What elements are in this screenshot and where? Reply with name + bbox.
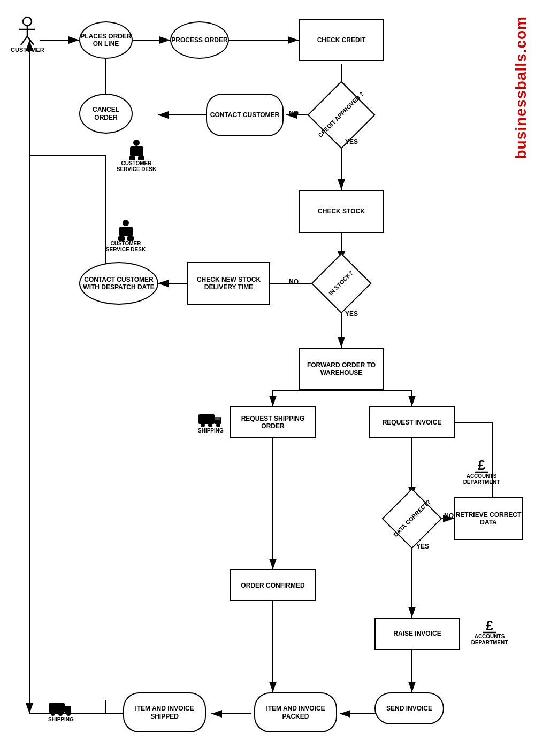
svg-rect-36 [119,227,133,236]
no-label-credit: NO [289,110,299,117]
csd1-figure [127,139,146,160]
send-invoice-node: SEND INVOICE [374,692,444,724]
svg-point-35 [123,220,129,226]
truck1-figure [198,412,223,428]
svg-text:£: £ [485,618,493,634]
svg-rect-32 [130,146,143,156]
svg-point-26 [23,17,32,26]
customer-icon: CUSTOMER [11,16,44,53]
yes-label-data: YES [416,543,429,550]
item-packed-node: ITEM AND INVOICE PACKED [254,692,337,732]
cancel-order-node: CANCEL ORDER [79,94,133,134]
order-confirmed-node: ORDER CONFIRMED [230,569,316,601]
svg-point-51 [51,712,55,716]
places-order-node: PLACES ORDER ON LINE [79,21,133,59]
svg-rect-50 [65,706,71,713]
brand-text: businessballs.com [513,16,530,159]
shipping2-icon: SHIPPING [48,700,74,722]
svg-line-30 [27,36,34,45]
svg-point-52 [58,712,63,716]
yes-label-stock: YES [345,310,358,318]
contact-customer-node: CONTACT CUSTOMER [206,94,284,136]
customer-figure [17,16,38,45]
svg-rect-39 [198,414,215,424]
retrieve-data-node: RETRIEVE CORRECT DATA [454,497,523,540]
pound2-figure: £ [480,618,499,634]
request-invoice-node: REQUEST INVOICE [369,406,455,438]
csd2-icon: CUSTOMER SERVICE DESK [104,219,147,252]
svg-rect-49 [49,703,65,713]
in-stock-wrapper: IN STOCK? [308,262,375,305]
request-shipping-node: REQUEST SHIPPING ORDER [230,406,316,438]
pound1-figure: £ [472,457,491,473]
contact-despatch-node: CONTACT CUSTOMER WITH DESPATCH DATE [79,262,158,305]
no-label-data: NO [444,512,454,520]
svg-point-31 [133,140,140,146]
customer-label: CUSTOMER [11,47,44,53]
svg-text:£: £ [477,457,485,473]
check-new-stock-node: CHECK NEW STOCK DELIVERY TIME [187,262,270,305]
svg-rect-44 [215,416,220,420]
csd1-icon: CUSTOMER SERVICE DESK [115,139,158,172]
svg-rect-38 [127,236,134,241]
svg-point-53 [66,712,71,716]
svg-rect-33 [129,156,135,160]
svg-point-43 [216,423,220,427]
item-shipped-node: ITEM AND INVOICE SHIPPED [123,692,206,732]
check-credit-node: CHECK CREDIT [299,19,384,61]
accounts2-icon: £ ACCOUNTS DEPARTMENT [465,618,514,645]
check-stock-node: CHECK STOCK [299,190,384,233]
svg-rect-34 [138,156,144,160]
svg-point-42 [208,423,212,427]
svg-line-29 [21,36,27,45]
forward-order-node: FORWARD ORDER TO WAREHOUSE [299,348,384,390]
svg-point-41 [201,423,205,427]
yes-label-credit: YES [345,138,358,145]
flowchart-diagram: CUSTOMER PLACES ORDER ON LINE PROCESS OR… [0,0,535,756]
process-order-node: PROCESS ORDER [170,21,229,59]
svg-rect-37 [118,236,125,241]
shipping1-icon: SHIPPING [198,412,224,434]
csd2-figure [117,219,135,241]
data-correct-wrapper: DATA CORRECT? [380,497,444,540]
raise-invoice-node: RAISE INVOICE [374,618,460,650]
credit-approved-wrapper: CREDIT APPROVED ? [305,94,378,136]
truck2-figure [49,700,73,716]
no-label-stock: NO [289,278,299,286]
accounts1-icon: £ ACCOUNTS DEPARTMENT [457,457,506,485]
